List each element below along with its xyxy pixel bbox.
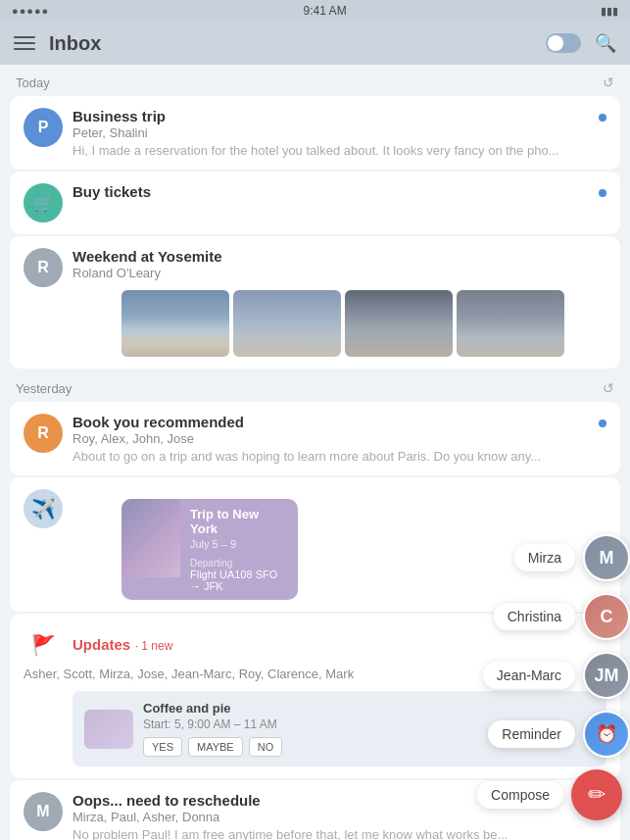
avatar-plane: ✈️	[24, 489, 63, 528]
contact-label-mirza[interactable]: Mirza	[514, 544, 575, 571]
yosemite-thumb-4	[457, 290, 564, 357]
status-bar: ●●●●● 9:41 AM ▮▮▮	[0, 0, 630, 22]
message-preview-oops: No problem Paul! I am free anytime befor…	[73, 827, 606, 840]
trip-card-flight: Flight UA108 SFO → JFK	[190, 568, 288, 592]
section-yesterday-label: Yesterday	[16, 381, 72, 396]
contact-avatar-inner-jean-marc: JM	[585, 654, 628, 697]
trip-card-info: Trip to New York July 5 – 9 Departing Fl…	[180, 499, 298, 600]
compose-button[interactable]: ✏	[571, 769, 622, 820]
section-today: Today ↺	[0, 65, 630, 96]
yosemite-thumb-1	[121, 290, 229, 357]
invite-yes-button[interactable]: YES	[143, 737, 182, 757]
contact-avatar-inner-reminder: ⏰	[585, 713, 628, 756]
section-yesterday: Yesterday ↺	[0, 371, 630, 402]
contact-row-jean-marc: Jean-Marc JM	[483, 652, 630, 699]
contact-avatar-inner-christina: C	[585, 595, 628, 638]
nav-title: Inbox	[49, 32, 546, 55]
compose-row: Compose ✏	[477, 769, 630, 820]
contact-label-compose[interactable]: Compose	[477, 781, 563, 809]
contact-avatar-mirza[interactable]: M	[583, 534, 630, 581]
unread-badge-buy-tickets	[599, 189, 606, 197]
message-title-yosemite: Weekend at Yosemite	[73, 248, 606, 265]
flag-icon: 🚩	[24, 625, 63, 665]
yosemite-thumb-3	[345, 290, 453, 357]
avatar-roy: R	[24, 414, 63, 453]
message-title-buy-tickets: Buy tickets	[73, 183, 589, 200]
avatar-peter: P	[24, 108, 63, 147]
trip-card-title: Trip to New York	[190, 507, 288, 536]
updates-title: Updates	[73, 636, 130, 653]
message-body-buy-tickets: Buy tickets	[73, 183, 589, 200]
message-title-business-trip: Business trip	[73, 108, 589, 124]
floating-contacts-panel: Mirza M Christina C Jean-Marc JM Reminde…	[477, 534, 630, 820]
section-yesterday-icon: ↺	[603, 380, 614, 396]
updates-new-badge: 1 new	[141, 639, 172, 653]
avatar-roland: R	[24, 248, 63, 287]
contact-row-mirza: Mirza M	[514, 534, 630, 581]
updates-title-group: Updates · 1 new	[73, 636, 172, 654]
message-yosemite[interactable]: R Weekend at Yosemite Roland O'Leary	[10, 236, 620, 369]
contact-avatar-inner-mirza: M	[585, 536, 628, 579]
contact-label-reminder[interactable]: Reminder	[488, 720, 575, 748]
contact-avatar-christina[interactable]: C	[583, 593, 630, 640]
message-from-book: Roy, Alex, John, Jose	[73, 431, 589, 446]
search-icon[interactable]: 🔍	[595, 32, 616, 54]
message-body-yosemite: Weekend at Yosemite Roland O'Leary	[73, 248, 606, 369]
section-today-icon: ↺	[603, 74, 614, 90]
message-buy-tickets[interactable]: 🛒 Buy tickets	[10, 172, 620, 234]
invite-thumb	[84, 710, 133, 749]
message-preview-book: About to go on a trip and was hoping to …	[73, 449, 589, 464]
menu-icon[interactable]	[14, 32, 35, 54]
yosemite-images	[121, 290, 606, 369]
avatar-buy-tickets: 🛒	[24, 183, 63, 222]
unread-badge-business-trip	[599, 114, 606, 122]
invite-no-button[interactable]: NO	[249, 737, 283, 757]
toggle-switch[interactable]	[546, 33, 581, 53]
nav-bar: Inbox 🔍	[0, 22, 630, 65]
contact-avatar-jean-marc[interactable]: JM	[583, 652, 630, 699]
message-body-business-trip: Business trip Peter, Shalini Hi, I made …	[73, 108, 589, 158]
contact-row-christina: Christina C	[494, 593, 630, 640]
message-title-book: Book you recommended	[73, 414, 589, 430]
status-signal: ●●●●●	[12, 5, 49, 17]
unread-badge-book	[599, 420, 606, 427]
section-today-label: Today	[16, 75, 50, 90]
message-preview-business-trip: Hi, I made a reservation for the hotel y…	[73, 143, 589, 158]
message-business-trip[interactable]: P Business trip Peter, Shalini Hi, I mad…	[10, 96, 620, 170]
trip-card-inner: Trip to New York July 5 – 9 Departing Fl…	[121, 499, 298, 600]
trip-card-image	[121, 499, 180, 577]
contact-label-jean-marc[interactable]: Jean-Marc	[483, 662, 575, 689]
message-body-book: Book you recommended Roy, Alex, John, Jo…	[73, 414, 589, 464]
avatar-mirza: M	[24, 792, 63, 831]
status-time: 9:41 AM	[304, 4, 347, 18]
trip-card-flight-label: Departing	[190, 558, 288, 568]
compose-icon: ✏	[588, 782, 606, 808]
trip-card-dates: July 5 – 9	[190, 538, 288, 550]
message-from-yosemite: Roland O'Leary	[73, 266, 606, 280]
contact-row-reminder: Reminder ⏰	[488, 711, 630, 758]
status-battery: ▮▮▮	[601, 5, 618, 18]
contact-label-christina[interactable]: Christina	[494, 603, 575, 630]
yosemite-thumb-2	[233, 290, 341, 357]
invite-maybe-button[interactable]: MAYBE	[188, 737, 243, 757]
message-book[interactable]: R Book you recommended Roy, Alex, John, …	[10, 402, 620, 475]
contact-avatar-reminder[interactable]: ⏰	[583, 711, 630, 758]
message-from-business-trip: Peter, Shalini	[73, 125, 589, 140]
